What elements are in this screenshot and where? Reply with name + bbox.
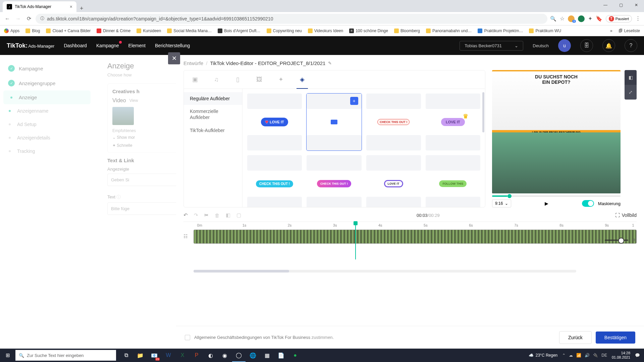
scrollbar-vertical[interactable] [482,92,484,132]
reload-icon[interactable]: ⟳ [25,15,33,23]
tab-video-icon[interactable]: ▣ [191,75,199,84]
taskbar-search[interactable]: 🔍Zur Suche Text hier eingeben [15,350,116,361]
video-track[interactable] [194,230,637,244]
minimize-button[interactable]: — [598,0,613,10]
nav-element[interactable]: Element [128,43,146,48]
sticker-check-pink[interactable]: CHECK THIS OUT ! [307,155,361,207]
tray-chevron-icon[interactable]: ⌃ [562,353,566,358]
bookmark-item[interactable]: Bois d'Argent Duft… [218,28,260,33]
playhead[interactable] [355,222,356,259]
bookmark-item[interactable]: Kursideen [137,28,161,33]
find-icon[interactable]: 🔍 [550,16,556,22]
sidebar-sub-name[interactable]: Anzeigenname [0,104,94,118]
profile-pause-badge[interactable]: T Pausiert [606,15,632,22]
bookmark-apps[interactable]: Apps [4,28,19,33]
video-preview[interactable]: DU SUCHST NOCHEIN DEPOT? LINK IN DER PRO… [492,70,621,193]
notepad-icon[interactable]: 📄 [274,349,288,362]
tray-cloud-icon[interactable]: ☁ [569,353,573,358]
sidebar-anzeigengruppe[interactable]: ✓Anzeigengruppe [0,76,94,90]
sticker-follow-green[interactable]: FOLLOW THIS [426,155,480,207]
bookmark-item[interactable]: Praktikum Projektm… [478,28,523,33]
help-icon[interactable]: ? [625,39,637,52]
split-icon[interactable]: ▢ [236,212,241,218]
crop-tool-icon[interactable]: ◧ [625,70,637,85]
sticker-love-it-blue[interactable]: ♥LOVE IT [247,94,302,150]
add-sticker-button[interactable]: + [350,97,358,105]
window-close-button[interactable]: ✕ [629,0,644,10]
footer-confirm-button[interactable]: Bestätigen [596,331,635,344]
bookmark-item[interactable]: Cload + Canva Bilder [46,28,91,33]
edit-icon[interactable]: ✎ [328,61,332,66]
play-button[interactable]: ▶ [545,201,548,206]
undo-icon[interactable]: ↶ [183,212,188,218]
star-icon[interactable]: ☆ [560,15,565,22]
tab-text-icon[interactable]: ▯ [233,75,242,84]
extension-icon-1[interactable]: 3 [568,15,575,22]
tab-image-icon[interactable]: 🖼 [255,75,264,84]
chrome-icon[interactable]: ◯ [232,349,246,362]
spotify-icon[interactable]: ● [288,349,302,362]
fullscreen-button[interactable]: ⛶Vollbild [615,213,637,218]
extension-icon-2[interactable] [578,15,585,22]
start-button[interactable]: ⊞ [0,349,15,362]
new-tab-button[interactable]: + [76,5,87,12]
category-tiktok[interactable]: TikTok-Aufkleber [184,124,242,137]
erase-icon[interactable]: ◧ [226,212,230,218]
bookmark-ext-icon[interactable]: 🔖 [596,15,602,22]
app-icon[interactable]: ◐ [204,349,217,362]
explorer-icon[interactable]: 📁 [133,349,147,362]
tab-music-icon[interactable]: ♫ [212,75,221,84]
category-regular[interactable]: Reguläre Aufkleber [184,92,242,105]
bookmark-item[interactable]: Panoramabahn und… [426,28,472,33]
notifications-icon[interactable]: 💬 [635,353,640,358]
sidebar-anzeige[interactable]: Anzeige [3,90,91,104]
aspect-ratio-select[interactable]: 9:16⌄ [492,199,511,207]
powerpoint-icon[interactable]: P [190,349,203,362]
weather-widget[interactable]: ☁️23°C Regen [529,353,558,358]
footer-back-button[interactable]: Zurück [559,331,592,344]
taskbar-clock[interactable]: 14:2801.08.2021 [612,351,630,360]
nav-dashboard[interactable]: Dashboard [64,43,87,48]
edge-icon[interactable]: 🌐 [246,349,260,362]
tab-effects-icon[interactable]: ✦ [276,75,285,84]
zoom-slider[interactable] [605,240,628,241]
zoom-in-button[interactable]: + [632,237,636,244]
sticker-check-this-out-red[interactable]: CHECK THIS OUT ! [366,94,421,150]
tab-stickers-icon[interactable]: ◈ [298,75,307,84]
sticker-love-it-frame[interactable]: LOVE IT [366,155,421,207]
sidebar-kampagne[interactable]: ✓Kampagne [0,61,94,76]
bookmark-item[interactable]: Praktikum WU [529,28,561,33]
extensions-menu-icon[interactable]: ✦ [588,15,592,22]
zoom-out-button[interactable]: − [597,237,601,244]
bookmark-item[interactable]: Dinner & Crime [97,28,130,33]
bookmark-item[interactable]: B100 schöne Dinge [349,28,388,33]
account-selector[interactable]: Tobias Becker0731⌄ [460,41,523,51]
timeline-ruler[interactable]: 0m 1s 2s 3s 4s 5s 6s 7s 8s 9s 1 [183,222,637,228]
app-icon-2[interactable]: ▦ [260,349,274,362]
task-view-icon[interactable]: ⧉ [119,349,133,362]
cut-icon[interactable]: ✂ [204,212,209,218]
nav-kampagne[interactable]: Kampagne [96,43,119,48]
tray-lang[interactable]: DE [601,353,607,358]
sidebar-sub-setup[interactable]: Ad Setup [0,118,94,131]
preview-seek-bar[interactable] [492,195,621,197]
timeline-scroll-h[interactable] [194,270,576,273]
forward-icon[interactable]: → [14,15,22,23]
sticker-check-cyan[interactable]: CHECK THIS OUT ! [247,155,302,207]
user-avatar[interactable]: u [558,39,571,52]
bookmark-item[interactable]: Blog [25,28,40,33]
bell-icon[interactable]: 🔔 [602,39,615,52]
close-tab-icon[interactable]: × [70,4,72,9]
sticker-selected[interactable]: + [307,94,361,150]
category-commercial[interactable]: Kommerzielle Aufkleber [184,105,242,124]
video-thumbnail[interactable] [112,107,134,125]
tray-volume-icon[interactable]: 🔊 [585,353,590,358]
redo-icon[interactable]: ↷ [194,212,198,218]
sidebar-sub-tracking[interactable]: Tracking [0,144,94,158]
tray-wifi-icon[interactable]: 📶 [576,353,581,358]
browser-tab[interactable]: ♪ TikTok Ads-Manager × [3,1,76,12]
mail-icon[interactable]: 📧23 [148,349,161,362]
menu-dots-icon[interactable]: ⋮ [635,15,641,22]
tray-battery-icon[interactable]: 🔌 [593,353,598,358]
terms-checkbox[interactable] [185,335,190,340]
